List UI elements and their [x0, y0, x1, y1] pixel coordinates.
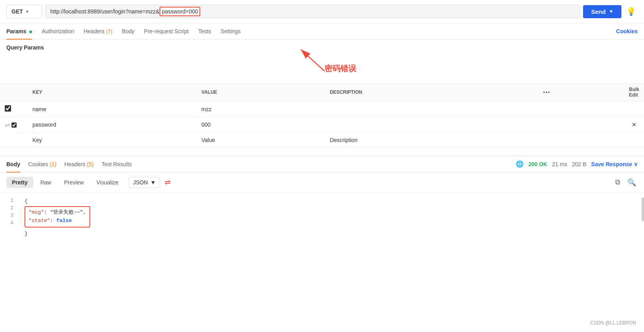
empty-description[interactable]: Description	[325, 133, 538, 147]
pretty-button[interactable]: Pretty	[6, 177, 33, 188]
search-icon[interactable]: 🔍	[626, 176, 638, 188]
line-num-3: 3	[6, 212, 13, 218]
bottom-tab-test-results[interactable]: Test Results	[102, 156, 132, 172]
row1-checkbox[interactable]	[5, 105, 11, 112]
tab-settings-label: Settings	[220, 28, 241, 34]
row2-checkbox-cell[interactable]: ⇌	[0, 117, 16, 133]
code-line-2: "msg": "登录失败~~", "state": false	[25, 205, 635, 228]
bottom-tab-body[interactable]: Body	[6, 156, 20, 172]
preview-button[interactable]: Preview	[59, 177, 89, 188]
line-num-1: 1	[6, 197, 13, 203]
empty-checkbox-cell	[0, 133, 16, 147]
send-label: Send	[591, 8, 606, 15]
row2-close[interactable]: ✕	[624, 117, 644, 133]
method-select[interactable]: GET ▼	[6, 5, 42, 18]
send-button[interactable]: Send ▼	[583, 5, 621, 18]
bottom-tab-cookies[interactable]: Cookies (1)	[28, 156, 57, 172]
lightbulb-icon[interactable]: 💡	[625, 5, 638, 18]
json-close-brace: }	[25, 231, 28, 237]
tab-settings[interactable]: Settings	[220, 23, 241, 39]
url-input-container[interactable]: http://localhost:8989/user/login?name=mz…	[45, 5, 580, 18]
line-num-4: 4	[6, 220, 13, 226]
line-numbers: 1 2 3 4	[0, 197, 20, 238]
url-text: http://localhost:8989/user/login?name=mz…	[46, 5, 579, 18]
line-num-2: 2	[6, 205, 13, 211]
row1-value[interactable]: mzz	[197, 101, 325, 117]
visualize-button[interactable]: Visualize	[91, 177, 124, 188]
tab-body[interactable]: Body	[122, 23, 135, 39]
tab-params[interactable]: Params	[6, 23, 32, 39]
empty-key[interactable]: Key	[28, 133, 197, 147]
url-bar: GET ▼ http://localhost:8989/user/login?n…	[0, 0, 644, 23]
raw-button[interactable]: Raw	[35, 177, 57, 188]
url-highlight: password=000	[160, 7, 200, 16]
bottom-section: Body Cookies (1) Headers (5) Test Result…	[0, 156, 644, 243]
tab-headers-label: Headers	[84, 28, 106, 34]
row1-description[interactable]	[325, 101, 538, 117]
code-line-1: {	[25, 197, 635, 206]
bottom-tab-headers-badge: (5)	[87, 161, 93, 167]
row1-drag	[16, 101, 28, 117]
tab-headers[interactable]: Headers (7)	[84, 23, 112, 39]
table-row: name mzz	[0, 101, 644, 117]
bottom-tab-test-results-label: Test Results	[102, 161, 132, 167]
code-area: 1 2 3 4 { "msg": "登录失败~~", "state": fals…	[0, 193, 644, 243]
bottom-tab-cookies-badge: (1)	[49, 161, 56, 167]
tab-authorization[interactable]: Authorization	[42, 23, 74, 39]
json-value-msg: "登录失败~~",	[50, 209, 86, 215]
row2-value[interactable]: 000	[197, 117, 325, 133]
row2-checkbox[interactable]	[11, 122, 17, 128]
bottom-tab-headers[interactable]: Headers (5)	[65, 156, 94, 172]
th-key: KEY	[28, 83, 197, 101]
empty-value[interactable]: Value	[197, 133, 325, 147]
cookies-link[interactable]: Cookies	[616, 28, 638, 34]
th-more-icon[interactable]: •••	[538, 83, 624, 101]
format-select-chevron: ▼	[150, 179, 156, 186]
bottom-tab-headers-label: Headers	[65, 161, 87, 167]
annotation-text: 密码错误	[325, 63, 356, 74]
tab-prerequest-label: Pre-request Script	[144, 28, 189, 34]
json-format-select[interactable]: JSON ▼	[129, 177, 160, 188]
tab-authorization-label: Authorization	[42, 28, 74, 34]
method-label: GET	[11, 8, 23, 15]
row1-key[interactable]: name	[28, 101, 197, 117]
row2-drag	[16, 117, 28, 133]
tab-nav: Params Authorization Headers (7) Body Pr…	[0, 23, 644, 40]
tab-headers-badge: (7)	[106, 28, 112, 34]
empty-close	[624, 133, 644, 147]
tab-tests[interactable]: Tests	[198, 23, 211, 39]
params-table: KEY VALUE DESCRIPTION ••• Bulk Edit name…	[0, 83, 644, 148]
method-chevron-icon: ▼	[25, 9, 29, 14]
scrollbar-thumb[interactable]	[642, 197, 644, 221]
row1-more	[538, 101, 624, 117]
code-content: { "msg": "登录失败~~", "state": false }	[20, 197, 639, 238]
copy-icon[interactable]: ⧉	[614, 176, 622, 188]
tab-prerequest[interactable]: Pre-request Script	[144, 23, 189, 39]
response-time: 21 ms	[552, 161, 567, 167]
json-box: "msg": "登录失败~~", "state": false	[25, 206, 90, 228]
th-bulk-edit[interactable]: Bulk Edit	[624, 83, 644, 101]
row2-more	[538, 117, 624, 133]
tab-body-label: Body	[122, 28, 135, 34]
bottom-tab-cookies-label: Cookies	[28, 161, 49, 167]
bottom-tab-body-label: Body	[6, 161, 20, 167]
response-size: 202 B	[572, 161, 587, 167]
row2-key[interactable]: password	[28, 117, 197, 133]
row2-description[interactable]	[325, 117, 538, 133]
save-response-link[interactable]: Save Response ∨	[591, 161, 638, 167]
tab-tests-label: Tests	[198, 28, 211, 34]
th-checkbox	[0, 83, 16, 101]
annotation-area: 密码错误	[0, 55, 644, 83]
empty-drag	[16, 133, 28, 147]
json-key-state: "state"	[28, 218, 50, 224]
json-key-msg: "msg"	[28, 209, 44, 215]
row1-checkbox-cell[interactable]	[0, 101, 16, 117]
send-chevron-icon: ▼	[609, 9, 614, 14]
wrap-icon[interactable]: ⇌	[165, 178, 171, 187]
scrollbar-area	[639, 197, 644, 238]
url-prefix: http://localhost:8989/user/login?name=mz…	[50, 8, 160, 15]
row2-drag-icon: ⇌	[5, 121, 10, 129]
th-value: VALUE	[197, 83, 325, 101]
json-value-state: false	[56, 218, 72, 224]
row1-close	[624, 101, 644, 117]
